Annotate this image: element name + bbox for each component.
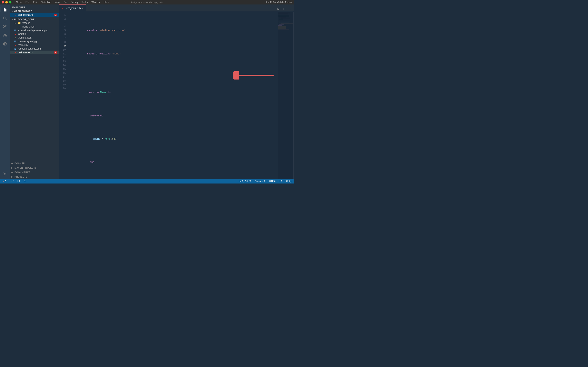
status-right: Ln 9, Col 22 Spaces: 2 UTF-8 LF Ruby [238, 179, 292, 184]
test-meme-rb-item[interactable]: ● test_meme.rb 9 [10, 50, 59, 54]
code-line-6: @meme = Meme.new [69, 133, 278, 145]
tab-test-meme-rb[interactable]: ● test_meme.rb × [59, 4, 86, 11]
more-actions-button[interactable]: ··· [287, 7, 292, 11]
svg-rect-18 [278, 14, 288, 14]
svg-rect-20 [279, 17, 286, 17]
minimap-scrollbar[interactable] [293, 12, 294, 179]
vscode-folder-item[interactable]: ▶ 📁 .vscode [10, 21, 59, 25]
svg-rect-7 [3, 35, 4, 36]
run-button[interactable]: ▶ [276, 7, 281, 11]
status-position[interactable]: Ln 9, Col 22 [238, 179, 252, 184]
status-encoding[interactable]: UTF-8 [268, 179, 276, 184]
projects-section[interactable]: ▶ PROJECTS [10, 175, 59, 179]
activity-run-icon[interactable] [1, 40, 8, 47]
menu-edit[interactable]: Edit [31, 0, 39, 4]
open-editors-header[interactable]: ▼ Open Editors [10, 9, 59, 13]
status-line-ending[interactable]: LF [279, 179, 283, 184]
rubocop-settings-item[interactable]: 🖼 rubocop-settings.png [10, 47, 59, 50]
code-editor[interactable]: 1 2 3 4 5 6 7 8 9 10 11 12 13 14 15 16 1… [59, 12, 294, 179]
launch-json-item[interactable]: {} launch.json [10, 25, 59, 29]
open-editor-badge: 9 [54, 14, 57, 16]
svg-rect-25 [281, 23, 293, 24]
minimize-button[interactable] [5, 1, 8, 3]
titlebar-title: test_meme.rb — rubocop_code [131, 1, 163, 3]
menu-tasks[interactable]: Tasks [80, 0, 89, 4]
chevron-right-maven: ▶ [11, 167, 13, 169]
spaces-text: Spaces: 2 [255, 180, 265, 183]
meme-rb-item[interactable]: ● meme.rb [10, 43, 59, 47]
svg-rect-27 [278, 25, 282, 25]
menu-bar: Code File Edit Selection View Go Debug T… [14, 0, 111, 4]
sync-icon: ↻ [24, 180, 26, 183]
chevron-right-projects: ▶ [11, 176, 13, 178]
status-warnings[interactable]: ⚠ 2 [9, 179, 15, 184]
tab-actions: ▶ ⊞ ··· [276, 7, 294, 11]
svg-rect-17 [278, 13, 290, 13]
line-num-9: 9 [59, 44, 69, 48]
activity-settings-icon[interactable] [1, 170, 8, 177]
menu-go[interactable]: Go [62, 0, 69, 4]
activity-files-icon[interactable] [1, 6, 8, 13]
menu-help[interactable]: Help [102, 0, 111, 4]
meme-rb-icon: ● [14, 44, 17, 47]
chevron-right-docker: ▶ [11, 162, 13, 164]
titlebar-left: Code File Edit Selection View Go Debug T… [2, 0, 111, 4]
rubocop-code-label: RUBOCOP_CODE [14, 18, 35, 21]
activity-search-icon[interactable] [1, 15, 8, 22]
line-num-11: 11 [59, 52, 69, 56]
activity-extensions-icon[interactable] [1, 32, 8, 39]
status-errors[interactable]: ✕ 0 [2, 179, 7, 184]
menu-view[interactable]: View [53, 0, 62, 4]
code-content[interactable]: require "minitest/autorun" require_relat… [69, 12, 278, 179]
chevron-down-icon-2: ▼ [11, 18, 13, 20]
chevron-right-bookmarks: ▶ [11, 171, 13, 173]
error-icon: ✕ [2, 180, 4, 183]
line-num-6: 6 [59, 33, 69, 36]
status-language[interactable]: Ruby [285, 179, 292, 184]
gemfile-lock-item[interactable]: ≡ Gemfile.lock [10, 36, 59, 40]
menu-code[interactable]: Code [14, 0, 24, 4]
line-num-20: 20 [59, 87, 69, 91]
extension-ruby-label: extension-ruby-vs-code.png [18, 29, 48, 32]
bookmarks-section[interactable]: ▶ BOOKMARKS [10, 170, 59, 175]
menu-window[interactable]: Window [90, 0, 102, 4]
activity-bar [0, 4, 10, 179]
svg-rect-19 [278, 16, 289, 16]
jpg-file-icon: 🖼 [14, 40, 17, 43]
svg-rect-1 [4, 10, 5, 11]
titlebar: Code File Edit Selection View Go Debug T… [0, 0, 294, 4]
docker-section[interactable]: ▶ DOCKER [10, 161, 59, 166]
menu-debug[interactable]: Debug [69, 0, 79, 4]
language-text: Ruby [286, 180, 292, 183]
code-line-5: before do [69, 110, 278, 122]
menu-selection[interactable]: Selection [39, 0, 53, 4]
open-editor-test-meme[interactable]: ● test_meme.rb 9 [10, 13, 59, 17]
meme-zagalo-item[interactable]: 🖼 meme-zagalo.jpg [10, 40, 59, 43]
folder-icon: 📁 [18, 22, 21, 25]
status-sync[interactable]: ↻ [23, 179, 26, 184]
sidebar: Explorer ▼ Open Editors ● test_meme.rb 9… [10, 4, 59, 179]
code-line-3 [69, 71, 278, 75]
maven-section[interactable]: ▶ MAVEN PROJECTS [10, 166, 59, 170]
menu-file[interactable]: File [24, 0, 31, 4]
warning-icon: ⚠ [10, 180, 12, 183]
error-count: 0 [5, 180, 6, 183]
maximize-button[interactable] [9, 1, 11, 3]
split-editor-button[interactable]: ⊞ [282, 7, 287, 11]
rubocop-code-group: ▼ RUBOCOP_CODE ▶ 📁 .vscode {} launch.jso… [10, 17, 59, 54]
status-spaces[interactable]: Spaces: 2 [254, 179, 266, 184]
rubocop-code-header[interactable]: ▼ RUBOCOP_CODE [10, 17, 59, 21]
minimap [278, 12, 294, 179]
svg-point-14 [4, 174, 6, 175]
extension-ruby-item[interactable]: 🖼 extension-ruby-vs-code.png [10, 29, 59, 32]
line-numbers: 1 2 3 4 5 6 7 8 9 10 11 12 13 14 15 16 1… [59, 12, 69, 179]
gemfile-item[interactable]: ◆ Gemfile [10, 32, 59, 36]
app-container: Explorer ▼ Open Editors ● test_meme.rb 9… [0, 4, 294, 179]
status-info[interactable]: ℹ 7 [17, 179, 21, 184]
line-num-19: 19 [59, 83, 69, 87]
tab-close-button[interactable]: × [82, 7, 84, 9]
svg-marker-13 [4, 43, 6, 45]
svg-rect-23 [278, 21, 290, 21]
close-button[interactable] [2, 1, 4, 3]
activity-source-control-icon[interactable] [1, 23, 8, 30]
